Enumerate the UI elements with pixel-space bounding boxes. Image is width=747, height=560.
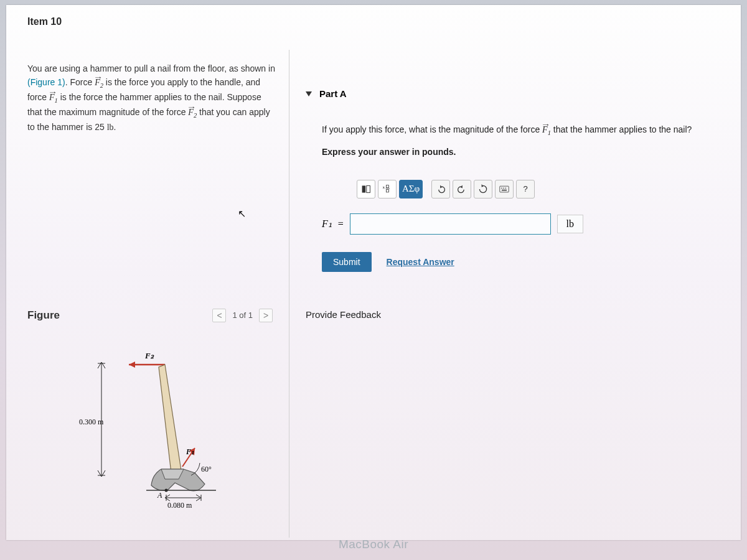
right-pane: Part A If you apply this force, what is …	[289, 50, 741, 538]
f2-letter-b: F	[188, 108, 194, 117]
svg-rect-13	[367, 185, 370, 192]
request-answer-link[interactable]: Request Answer	[387, 257, 454, 267]
greek-button[interactable]: ΑΣφ	[399, 180, 423, 198]
fraction-button[interactable]: x	[378, 180, 397, 198]
fraction-icon: x	[382, 184, 392, 194]
f2-symbol-b: F2	[188, 108, 197, 117]
provide-feedback-link[interactable]: Provide Feedback	[306, 309, 722, 320]
answer-input[interactable]	[350, 213, 551, 235]
svg-rect-12	[362, 185, 366, 192]
svg-point-22	[501, 188, 502, 189]
problem-line4a: that the maximum magnitude of the force	[27, 107, 188, 117]
left-pane: You are using a hammer to pull a nail fr…	[6, 50, 289, 538]
f1-symbol: F1	[49, 93, 58, 102]
problem-statement: You are using a hammer to pull a nail fr…	[27, 62, 278, 134]
equation-toolbar: x ΑΣφ ?	[352, 176, 576, 202]
reset-icon	[478, 184, 488, 194]
problem-line4b: that you can apply	[197, 107, 270, 117]
figure-prev-button[interactable]: <	[212, 309, 226, 322]
f1-sub: 1	[55, 97, 58, 104]
figure-link[interactable]: (Figure 1)	[27, 77, 65, 87]
figure-label: Figure	[27, 309, 60, 322]
device-label: MacBook Air	[0, 538, 747, 551]
point-a-label: A	[157, 491, 162, 500]
figure-page-number: 1 of 1	[232, 310, 253, 320]
figure-pager: < 1 of 1 >	[212, 309, 273, 322]
answer-input-row: F₁ = lb	[322, 213, 583, 235]
problem-line1: You are using a hammer to pull a nail fr…	[27, 63, 275, 73]
reset-button[interactable]	[474, 180, 492, 198]
problem-line2a: . Force	[65, 77, 95, 87]
f1-arrow-label: F₁	[186, 447, 194, 456]
dim-height: 0.300 m	[79, 418, 104, 426]
q-f1-sub: 1	[548, 129, 551, 136]
f2-sub: 2	[100, 82, 103, 88]
undo-button[interactable]	[431, 180, 450, 198]
submit-button[interactable]: Submit	[322, 252, 372, 272]
button-row: Submit Request Answer	[322, 252, 722, 272]
q-f1-symbol: F1	[542, 125, 551, 134]
svg-point-24	[505, 188, 507, 189]
figure-header: Figure < 1 of 1 >	[27, 309, 278, 322]
part-a-title: Part A	[319, 88, 347, 99]
equals-sign: =	[338, 218, 344, 230]
page-container: Item 10 You are using a hammer to pull a…	[6, 5, 741, 540]
figure-canvas: 0.300 m F₂ F₁ 60°	[27, 338, 278, 525]
redo-icon	[457, 184, 467, 194]
f2-symbol: F2	[95, 78, 103, 87]
template-icon	[361, 184, 371, 194]
f2-sub-b: 2	[194, 112, 197, 119]
problem-line2b: is the force you apply to the handle, an…	[103, 77, 260, 87]
hammer-diagram: 0.300 m F₂ F₁ 60°	[72, 338, 233, 525]
problem-line5: to the hammer is 25	[27, 122, 107, 132]
f2-arrow-label: F₂	[144, 351, 154, 360]
problem-line3a: force	[27, 92, 49, 102]
question-block: If you apply this force, what is the mag…	[322, 123, 722, 159]
svg-rect-25	[502, 190, 507, 191]
f1-letter: F	[49, 93, 55, 102]
q-f1-letter: F	[542, 125, 548, 134]
answer-instruction: Express your answer in pounds.	[322, 145, 722, 159]
answer-box: x ΑΣφ ?	[322, 176, 583, 235]
svg-point-23	[504, 188, 505, 189]
keyboard-button[interactable]	[495, 180, 514, 198]
svg-rect-21	[500, 186, 509, 192]
svg-text:x: x	[383, 185, 385, 189]
help-button[interactable]: ?	[516, 180, 535, 198]
undo-icon	[436, 184, 446, 194]
problem-line5-end: .	[114, 122, 116, 132]
template-button[interactable]	[357, 180, 375, 198]
item-title: Item 10	[6, 5, 741, 27]
question-text-b: that the hammer applies to the nail?	[551, 124, 692, 134]
dim-base: 0.080 m	[167, 501, 192, 510]
redo-button[interactable]	[453, 180, 471, 198]
svg-marker-4	[129, 362, 135, 368]
problem-line3b: is the force the hammer applies to the n…	[58, 92, 261, 102]
part-a-header[interactable]: Part A	[302, 50, 722, 99]
content-area: You are using a hammer to pull a nail fr…	[6, 50, 741, 538]
answer-var-label: F₁	[322, 218, 332, 230]
keyboard-icon	[499, 184, 509, 194]
f2-letter: F	[95, 78, 100, 87]
question-text-a: If you apply this force, what is the mag…	[322, 124, 542, 134]
answer-unit: lb	[557, 215, 583, 233]
collapse-triangle-icon	[306, 91, 312, 96]
angle-label: 60°	[201, 465, 212, 474]
figure-next-button[interactable]: >	[259, 309, 273, 322]
svg-rect-17	[386, 190, 388, 192]
lb-unit: lb	[107, 123, 114, 132]
svg-rect-15	[386, 185, 388, 188]
